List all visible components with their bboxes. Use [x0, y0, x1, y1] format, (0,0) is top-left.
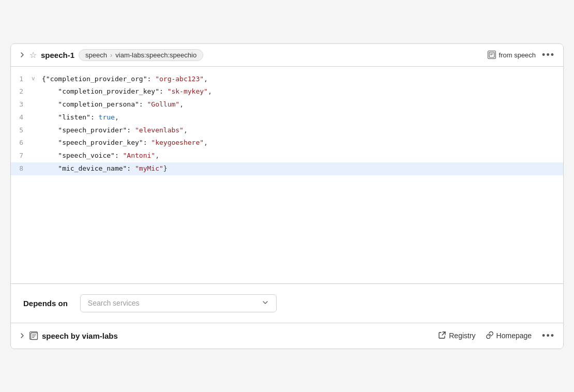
- code-line-8: 8 "mic_device_name": "myMic"}: [11, 162, 563, 175]
- punctuation: ,: [115, 113, 119, 121]
- punctuation: ,: [184, 126, 188, 134]
- line-content-4: "listen": true,: [42, 112, 563, 123]
- key: "speech_provider_key":: [42, 139, 151, 146]
- line-number-3: 3: [11, 99, 32, 110]
- punctuation: ,: [204, 139, 208, 146]
- homepage-label: Homepage: [496, 331, 532, 340]
- punctuation: ,: [204, 75, 208, 83]
- footer-left: speech by viam-labs: [19, 331, 433, 340]
- expand-button[interactable]: [19, 333, 25, 339]
- string-value: "Gollum": [147, 100, 180, 108]
- external-link-icon: [439, 331, 446, 340]
- string-value: "myMic": [135, 164, 163, 172]
- header-right: from speech •••: [488, 50, 555, 61]
- key: "completion_provider_key":: [42, 87, 168, 95]
- module-icon: [488, 51, 496, 59]
- more-options-button[interactable]: •••: [542, 50, 555, 61]
- string-value: "keygoeshere": [151, 139, 204, 146]
- code-line-2: 2 "completion_provider_key": "sk-mykey",: [11, 85, 563, 98]
- line-number-2: 2: [11, 86, 32, 97]
- key: "speech_provider":: [42, 126, 135, 134]
- line-number-1: 1: [11, 74, 32, 85]
- line-content-5: "speech_provider": "elevenlabs",: [42, 125, 563, 136]
- search-placeholder: Search services: [88, 299, 140, 307]
- footer-title: speech by viam-labs: [42, 331, 118, 340]
- key: "speech_voice":: [42, 152, 123, 159]
- search-services-dropdown[interactable]: Search services: [80, 294, 277, 312]
- main-container: ☆ speech-1 speech › viam-labs:speech:spe…: [10, 43, 564, 349]
- code-line-6: 6 "speech_provider_key": "keygoeshere",: [11, 137, 563, 149]
- registry-link[interactable]: Registry: [439, 331, 475, 340]
- code-line-7: 7 "speech_voice": "Antoni",: [11, 149, 563, 162]
- code-line-1: 1 v {"completion_provider_org": "org-abc…: [11, 73, 563, 86]
- line-number-8: 8: [11, 163, 32, 174]
- key: {"completion_provider_org":: [42, 75, 155, 83]
- punctuation: ,: [208, 87, 212, 95]
- string-value: "elevenlabs": [135, 126, 184, 134]
- line-arrow-1: v: [32, 74, 42, 83]
- code-line-3: 3 "completion_persona": "Gollum",: [11, 98, 563, 111]
- bool-value: true: [99, 113, 115, 121]
- string-value: "Antoni": [123, 152, 156, 159]
- from-speech: from speech: [488, 51, 536, 59]
- header-left: ☆ speech-1 speech › viam-labs:speech:spe…: [19, 49, 482, 61]
- key: "listen":: [42, 113, 99, 121]
- line-number-5: 5: [11, 125, 32, 136]
- line-content-2: "completion_provider_key": "sk-mykey",: [42, 86, 563, 97]
- key: "completion_persona":: [42, 100, 147, 108]
- punctuation: ,: [155, 152, 159, 159]
- depends-on-label: Depends on: [23, 299, 68, 308]
- line-content-3: "completion_persona": "Gollum",: [42, 99, 563, 110]
- punctuation: }: [163, 164, 168, 172]
- line-number-4: 4: [11, 112, 32, 123]
- header-bar: ☆ speech-1 speech › viam-labs:speech:spe…: [11, 44, 563, 67]
- from-speech-label: from speech: [499, 51, 536, 59]
- breadcrumb-part2: viam-labs:speech:speechio: [115, 51, 197, 59]
- link-icon: [486, 331, 493, 340]
- line-content-6: "speech_provider_key": "keygoeshere",: [42, 138, 563, 148]
- registry-label: Registry: [449, 331, 475, 340]
- breadcrumb: speech › viam-labs:speech:speechio: [79, 49, 203, 61]
- code-line-5: 5 "speech_provider": "elevenlabs",: [11, 124, 563, 137]
- line-content-7: "speech_voice": "Antoni",: [42, 150, 563, 161]
- depends-on-section: Depends on Search services: [11, 284, 563, 323]
- code-line-4: 4 "listen": true,: [11, 111, 563, 124]
- footer-bar: speech by viam-labs Registry: [11, 323, 563, 349]
- breadcrumb-separator: ›: [110, 51, 112, 59]
- footer-right: Registry Homepage •••: [439, 330, 555, 341]
- collapse-button[interactable]: [19, 52, 25, 58]
- line-number-7: 7: [11, 150, 32, 161]
- code-editor: 1 v {"completion_provider_org": "org-abc…: [11, 67, 563, 284]
- chevron-down-icon: [262, 299, 269, 308]
- key: "mic_device_name":: [42, 164, 135, 172]
- string-value: "org-abc123": [155, 75, 204, 83]
- footer-module-icon: [29, 331, 38, 340]
- line-number-6: 6: [11, 138, 32, 148]
- service-title: speech-1: [41, 51, 74, 59]
- punctuation: ,: [179, 100, 184, 108]
- string-value: "sk-mykey": [168, 87, 208, 95]
- homepage-link[interactable]: Homepage: [486, 331, 532, 340]
- line-content-1: {"completion_provider_org": "org-abc123"…: [42, 74, 563, 85]
- footer-more-button[interactable]: •••: [542, 330, 555, 341]
- star-icon[interactable]: ☆: [29, 50, 37, 60]
- line-content-8: "mic_device_name": "myMic"}: [42, 163, 563, 174]
- breadcrumb-part1: speech: [85, 51, 107, 59]
